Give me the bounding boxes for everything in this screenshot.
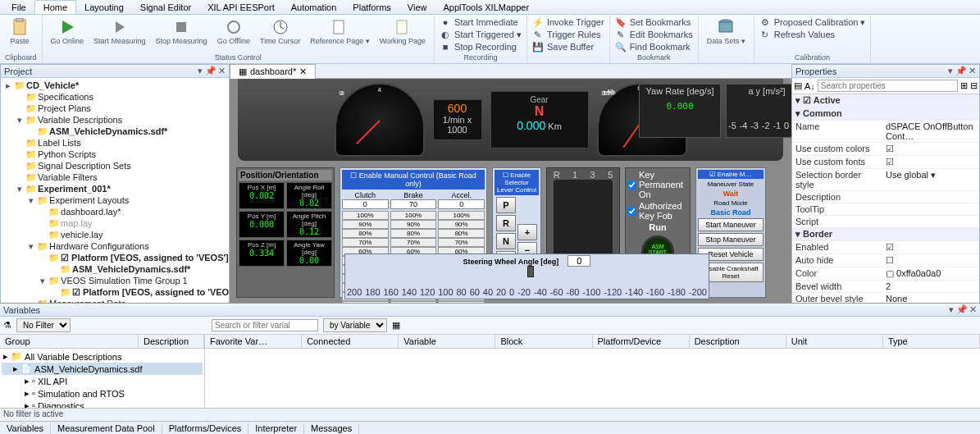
variable-tree-row[interactable]: ▸ ▫Diagnostics xyxy=(2,400,203,408)
tree-item[interactable]: 📁 Signal Description Sets xyxy=(2,160,227,171)
go-online-button[interactable]: Go Online xyxy=(48,16,88,47)
property-row[interactable]: Selection border styleUse global ▾ xyxy=(792,169,979,191)
tree-item[interactable]: ▸📁 CD_Vehicle* xyxy=(2,80,227,91)
col-group[interactable]: Group xyxy=(0,335,139,348)
selector-P-button[interactable]: P xyxy=(496,197,516,213)
foot-tab-interpreter[interactable]: Interpreter xyxy=(248,423,304,434)
gear-plus-button[interactable]: + xyxy=(517,224,537,240)
menu-signal-editor[interactable]: Signal Editor xyxy=(132,1,199,14)
variables-tree[interactable]: ▸ 📁All Variable Descriptions ▸ 📄ASM_Vehi… xyxy=(0,349,204,408)
tree-item[interactable]: 📁 vehicle.lay xyxy=(2,229,227,240)
variable-tree-row[interactable]: ▸ ▫XIL API xyxy=(2,375,203,387)
maneuver-enable-checkbox[interactable]: ☑ Enable M… xyxy=(698,170,763,179)
tree-item[interactable]: ▾📁 Experiment_001* xyxy=(2,183,227,194)
refresh-values-button[interactable]: ↻Refresh Values xyxy=(759,29,866,40)
stop-maneuver-button[interactable]: Stop Maneuver xyxy=(698,233,763,246)
panel-menu-icon[interactable]: ▾ xyxy=(946,67,955,75)
variables-search-input[interactable] xyxy=(212,319,318,331)
menu-home[interactable]: Home xyxy=(34,0,76,14)
menu-view[interactable]: View xyxy=(399,1,435,14)
panel-close-icon[interactable]: ✕ xyxy=(217,67,226,75)
selector-R-button[interactable]: R xyxy=(496,215,516,231)
column-header[interactable]: Unit xyxy=(786,335,883,348)
column-header[interactable]: Block xyxy=(495,335,592,348)
property-row[interactable]: Script xyxy=(792,216,979,228)
variable-tree-row[interactable]: ▸ ▫Simulation and RTOS xyxy=(2,387,203,400)
manual-control-checkbox[interactable]: ☐ Enable Manual Control (Basic Road only… xyxy=(342,170,485,190)
stop-measuring-button[interactable]: Stop Measuring xyxy=(153,16,211,47)
key-permanent-checkbox[interactable]: Key Permanent On xyxy=(627,170,688,199)
selector-N-button[interactable]: N xyxy=(496,233,516,249)
property-row[interactable]: Use custom fonts☑ xyxy=(792,156,979,169)
column-header[interactable]: Favorite Var… xyxy=(205,335,302,348)
close-icon[interactable]: ✕ xyxy=(299,66,307,77)
tree-header-row[interactable]: ▸ 📁All Variable Descriptions xyxy=(2,350,203,363)
set-bookmarks-button[interactable]: 🔖Set Bookmarks xyxy=(615,16,693,28)
collapse-icon[interactable]: ⊟ xyxy=(970,80,978,91)
menu-file[interactable]: File xyxy=(3,1,34,14)
authorized-key-checkbox[interactable]: Authorized Key Fob xyxy=(627,201,688,221)
tree-item[interactable]: 📁 dashboard.lay* xyxy=(2,206,227,217)
tree-item[interactable]: 📁 ASM_VehicleDynamics.sdf* xyxy=(2,126,227,137)
panel-pin-icon[interactable]: 📌 xyxy=(958,306,966,314)
tree-item[interactable]: 📁 Project Plans xyxy=(2,103,227,114)
property-row[interactable]: Bevel width2 xyxy=(792,281,979,293)
tree-item[interactable]: 📁 map.lay xyxy=(2,217,227,229)
tree-item[interactable]: ▾📁 VEOS Simulation Time Group 1 xyxy=(2,275,227,286)
reference-page-button[interactable]: Reference Page ▾ xyxy=(307,16,373,47)
menu-appltools[interactable]: ApplTools XILMapper xyxy=(435,1,537,14)
properties-search-input[interactable] xyxy=(818,80,958,92)
tree-item[interactable]: 📁 Variable Filters xyxy=(2,171,227,183)
tree-item[interactable]: 📁 Specifications xyxy=(2,91,227,103)
filter-icon[interactable]: ⚗ xyxy=(3,320,11,331)
column-header[interactable]: Type xyxy=(883,335,980,348)
panel-pin-icon[interactable]: 📌 xyxy=(957,67,965,75)
data-sets-button[interactable]: Data Sets ▾ xyxy=(704,16,749,47)
steering-slider[interactable] xyxy=(527,266,534,277)
foot-tab-platforms[interactable]: Platforms/Devices xyxy=(162,423,249,434)
foot-tab-variables[interactable]: Variables xyxy=(0,423,51,434)
start-immediate-button[interactable]: ●Start Immediate xyxy=(440,16,522,28)
column-header[interactable]: Platform/Device xyxy=(593,335,690,348)
working-page-button[interactable]: Working Page xyxy=(376,16,429,47)
go-offline-button[interactable]: Go Offline xyxy=(214,16,253,47)
column-header[interactable]: Description xyxy=(690,335,786,348)
tree-item[interactable]: ▾📁 Variable Descriptions xyxy=(2,114,227,126)
save-buffer-button[interactable]: 💾Save Buffer xyxy=(532,41,604,53)
tree-item[interactable]: 📁 Label Lists xyxy=(2,137,227,148)
property-row[interactable]: Enabled☑ xyxy=(792,241,979,254)
panel-menu-icon[interactable]: ▾ xyxy=(196,67,204,75)
property-row[interactable]: Color▢ 0xffa0a0a0 xyxy=(792,267,979,281)
edit-bookmarks-button[interactable]: ✎Edit Bookmarks xyxy=(615,29,693,40)
paste-button[interactable]: Paste xyxy=(5,16,34,47)
sort-icon[interactable]: A↓ xyxy=(805,81,815,91)
property-row[interactable]: ▾ Border xyxy=(792,228,979,241)
property-row[interactable]: Use custom colors☑ xyxy=(792,143,979,156)
stop-recording-button[interactable]: ■Stop Recording xyxy=(440,41,522,53)
property-row[interactable]: Auto hide☐ xyxy=(792,254,979,267)
panel-close-icon[interactable]: ✕ xyxy=(968,67,976,75)
start-measuring-button[interactable]: Start Measuring xyxy=(90,16,149,47)
col-desc[interactable]: Description xyxy=(139,335,204,348)
column-header[interactable]: Connected xyxy=(302,335,399,348)
doc-tab-dashboard[interactable]: ▦dashboard*✕ xyxy=(230,64,316,79)
property-row[interactable]: Description xyxy=(792,191,979,203)
proposed-calibration-button[interactable]: ⚙Proposed Calibration ▾ xyxy=(759,16,866,28)
invoke-trigger-button[interactable]: ⚡Invoke Trigger xyxy=(532,16,604,28)
foot-tab-meas[interactable]: Measurement Data Pool xyxy=(51,423,162,434)
by-select[interactable]: by Variable xyxy=(323,318,387,332)
foot-tab-messages[interactable]: Messages xyxy=(304,423,359,434)
column-header[interactable]: Variable xyxy=(399,335,495,348)
menu-automation[interactable]: Automation xyxy=(283,1,345,14)
category-icon[interactable]: ▤ xyxy=(794,80,802,91)
menu-platforms[interactable]: Platforms xyxy=(344,1,399,14)
tree-item[interactable]: ▾📁 Hardware Configurations xyxy=(2,240,227,252)
panel-menu-icon[interactable]: ▾ xyxy=(947,306,955,314)
tool-icon[interactable]: ▦ xyxy=(392,320,400,331)
find-bookmark-button[interactable]: 🔍Find Bookmark xyxy=(615,41,693,53)
expand-icon[interactable]: ⊞ xyxy=(960,80,968,91)
tree-row-selected[interactable]: ▸ 📄ASM_VehicleDynamics.sdf xyxy=(2,363,203,375)
start-triggered-button[interactable]: ◐Start Triggered ▾ xyxy=(440,29,522,40)
trigger-rules-button[interactable]: ✎Trigger Rules xyxy=(532,29,604,40)
panel-close-icon[interactable]: ✕ xyxy=(969,306,977,314)
